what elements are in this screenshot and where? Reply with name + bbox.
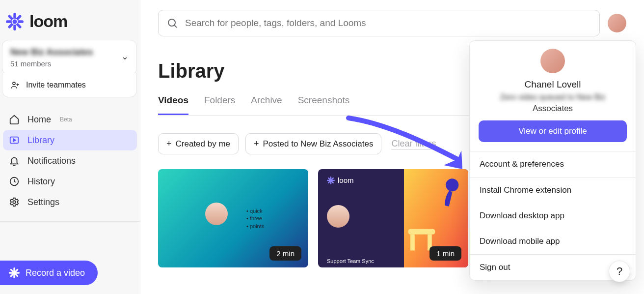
- clear-filters[interactable]: Clear filters: [391, 139, 436, 149]
- record-label: Record a video: [26, 268, 85, 278]
- invite-teammates[interactable]: Invite teammates: [2, 73, 137, 97]
- sidebar-divider: [0, 221, 140, 222]
- duration-badge: 1 min: [429, 246, 461, 261]
- svg-point-14: [168, 19, 175, 26]
- plus-icon: +: [254, 139, 259, 149]
- profile-name: Chanel Lovell: [479, 79, 627, 90]
- avatar[interactable]: [608, 14, 626, 32]
- loom-mark-small-icon: [9, 267, 20, 278]
- loom-mark-tiny-icon: [327, 176, 335, 184]
- presenter-avatar: [205, 203, 228, 225]
- search-box[interactable]: [158, 10, 600, 36]
- dropdown-avatar: [540, 49, 565, 73]
- profile-dropdown: Chanel Lovell Zero video queued to New B…: [469, 40, 636, 281]
- video-card[interactable]: loom Support Team Sync 1 min: [318, 169, 468, 267]
- nav-history-label: History: [27, 176, 55, 187]
- bell-icon: [9, 155, 20, 166]
- menu-download-mobile-app[interactable]: Download mobile app: [470, 229, 636, 254]
- nav-settings[interactable]: Settings: [3, 192, 137, 212]
- nav-home-label: Home: [27, 115, 51, 125]
- svg-point-6: [13, 82, 15, 85]
- tab-screenshots[interactable]: Screenshots: [298, 95, 350, 115]
- profile-line3: Associates: [479, 104, 627, 114]
- workspace-members: 51 members: [10, 59, 93, 68]
- beta-badge: Beta: [60, 116, 72, 123]
- tab-folders[interactable]: Folders: [204, 95, 235, 115]
- primary-nav: Home Beta Library Notifications History …: [0, 105, 140, 212]
- nav-notifications[interactable]: Notifications: [3, 150, 137, 171]
- svg-point-5: [13, 19, 17, 24]
- help-icon: ?: [617, 265, 622, 278]
- chip-label: Posted to New Biz Associates: [263, 139, 374, 149]
- filter-chip-posted-to[interactable]: + Posted to New Biz Associates: [245, 133, 381, 154]
- plus-icon: +: [166, 139, 172, 149]
- record-video-button[interactable]: Record a video: [0, 261, 98, 285]
- nav-notifications-label: Notifications: [27, 156, 76, 166]
- help-button[interactable]: ?: [609, 261, 630, 282]
- profile-line2: Zero video queued to New Biz: [479, 93, 627, 102]
- tab-archive[interactable]: Archive: [251, 95, 282, 115]
- menu-install-chrome-extension[interactable]: Install Chrome extension: [470, 177, 636, 203]
- card-caption: Support Team Sync: [327, 258, 404, 264]
- chip-label: Created by me: [176, 139, 231, 149]
- video-card[interactable]: • quick • three • points 2 min: [158, 169, 308, 267]
- svg-point-9: [13, 201, 16, 204]
- brand-logo[interactable]: loom: [0, 0, 140, 40]
- people-plus-icon: [10, 80, 20, 90]
- brand-name: loom: [29, 12, 67, 31]
- sidebar: loom New Biz Associates 51 members ⌄ Inv…: [0, 0, 140, 294]
- menu-account-preferences[interactable]: Account & preferences: [470, 151, 636, 177]
- svg-rect-21: [408, 229, 435, 235]
- workspace-switcher[interactable]: New Biz Associates 51 members ⌄: [2, 40, 137, 75]
- slide-bullets: • quick • three • points: [246, 207, 264, 230]
- search-icon: [166, 17, 178, 29]
- invite-label: Invite teammates: [26, 81, 86, 89]
- library-icon: [9, 135, 20, 146]
- loom-mark-icon: [6, 13, 24, 30]
- svg-point-20: [446, 178, 458, 191]
- presenter-avatar: [327, 205, 349, 228]
- duration-badge: 2 min: [269, 246, 301, 261]
- tab-videos[interactable]: Videos: [158, 95, 188, 115]
- nav-history[interactable]: History: [3, 171, 137, 192]
- nav-home[interactable]: Home Beta: [3, 109, 137, 130]
- filter-chip-created-by-me[interactable]: + Created by me: [158, 133, 239, 154]
- view-edit-profile-button[interactable]: View or edit profile: [479, 120, 627, 142]
- gear-icon: [9, 197, 20, 207]
- search-input[interactable]: [185, 18, 591, 29]
- menu-download-desktop-app[interactable]: Download desktop app: [470, 203, 636, 229]
- nav-settings-label: Settings: [27, 197, 59, 207]
- svg-rect-22: [410, 235, 415, 251]
- workspace-name: New Biz Associates: [10, 47, 93, 58]
- clock-icon: [9, 176, 20, 187]
- nav-library[interactable]: Library: [3, 130, 137, 150]
- home-icon: [9, 114, 20, 125]
- card-brand: loom: [327, 176, 404, 184]
- nav-library-label: Library: [27, 135, 54, 146]
- chevron-down-icon: ⌄: [121, 51, 129, 62]
